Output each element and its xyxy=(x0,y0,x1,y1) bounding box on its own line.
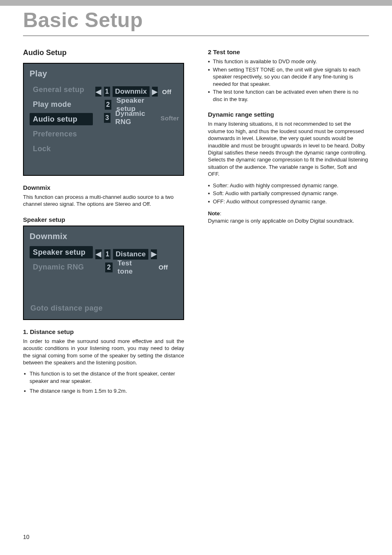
osd2-header: Downmix xyxy=(30,232,93,240)
para-dynamic-range: In many listening situations, it is not … xyxy=(208,120,369,177)
note-label: Note xyxy=(208,210,220,216)
osd2-row2-label: Test tone xyxy=(115,258,145,277)
para-distance-setup: In order to make the surround sound more… xyxy=(23,338,184,366)
osd1-row1-value: Off xyxy=(160,88,179,95)
note-block: Note: Dynamic range is only applicable o… xyxy=(208,210,369,224)
osd2-row2-num: 2 xyxy=(105,263,113,272)
osd1-nav-preferences[interactable]: Preferences xyxy=(30,128,93,140)
osd2-row1-num: 1 xyxy=(104,249,111,259)
osd1-row3-label: Dynamic RNG xyxy=(113,108,148,127)
osd-speaker-setup: Downmix Speaker setup Dynamic RNG ◀ 1 Di… xyxy=(23,226,184,320)
subhead-dynamic-range: Dynamic range setting xyxy=(208,111,369,118)
note-text: Dynamic range is only applicable on Dolb… xyxy=(208,218,354,224)
osd2-footer: Goto distance page xyxy=(30,304,177,313)
osd2-nav-dynamic[interactable]: Dynamic RNG xyxy=(30,261,93,273)
list-item: Soft: Audio with partially compressed dy… xyxy=(208,190,369,197)
subhead-test-tone: 2 Test tone xyxy=(208,48,369,55)
osd1-nav-playmode[interactable]: Play mode xyxy=(30,98,93,111)
list-distance-setup: This function is to set the distance of … xyxy=(23,370,184,394)
osd-audio-setup: Play General setup Play mode Audio setup… xyxy=(23,63,184,176)
osd2-row2-value: Off xyxy=(157,264,179,271)
osd1-header: Play xyxy=(30,69,93,78)
arrow-right-icon: ▶ xyxy=(152,87,158,97)
list-item: OFF: Audio without compressed dynamic ra… xyxy=(208,198,369,205)
osd1-row3-value: Softer xyxy=(159,115,179,122)
osd1-row2-num: 2 xyxy=(105,100,112,110)
osd2-row-testtone[interactable]: 2 Test tone Off xyxy=(95,261,179,274)
list-item: This function is available to DVD mode o… xyxy=(208,58,369,65)
arrow-left-icon: ◀ xyxy=(95,87,101,97)
arrow-right-icon: ▶ xyxy=(151,249,157,259)
arrow-left-icon: ◀ xyxy=(95,249,102,259)
page-number: 10 xyxy=(23,534,30,540)
osd1-nav-lock[interactable]: Lock xyxy=(30,143,93,155)
list-item: This function is to set the distance of … xyxy=(23,370,184,385)
para-downmix: This function can process a multi-channe… xyxy=(23,193,184,208)
osd1-nav-audiosetup[interactable]: Audio setup xyxy=(30,113,93,125)
section-title-audio-setup: Audio Setup xyxy=(23,48,184,57)
subhead-downmix: Downmix xyxy=(23,184,184,191)
osd1-nav-general[interactable]: General setup xyxy=(30,83,93,96)
list-item: The distance range is from 1.5m to 9.2m. xyxy=(23,387,184,395)
osd2-nav-speaker[interactable]: Speaker setup xyxy=(30,246,93,258)
list-dynamic-range: Softer: Audio with highly compressed dyn… xyxy=(208,182,369,205)
chapter-title: Basic Setup xyxy=(23,8,369,36)
osd1-row1-num: 1 xyxy=(104,87,110,97)
list-item: The test tone function can be activated … xyxy=(208,88,369,103)
subhead-distance-setup: 1. Distance setup xyxy=(23,328,184,335)
osd1-row-dynamic[interactable]: 3 Dynamic RNG Softer xyxy=(95,111,179,124)
list-test-tone: This function is available to DVD mode o… xyxy=(208,58,369,103)
page-top-stripe xyxy=(0,0,392,6)
subhead-speaker-setup: Speaker setup xyxy=(23,216,184,223)
osd1-row3-num: 3 xyxy=(104,113,110,123)
list-item: Softer: Audio with highly compressed dyn… xyxy=(208,182,369,189)
list-item: When setting TEST TONE on, the unit will… xyxy=(208,66,369,88)
